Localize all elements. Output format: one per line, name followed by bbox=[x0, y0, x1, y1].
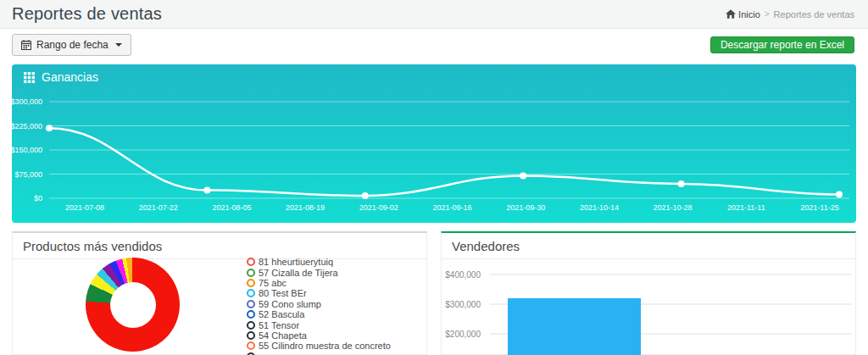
legend-item-label: 55 Cilindro muestra de concreto bbox=[259, 341, 391, 351]
ganancias-panel-header: Ganancias bbox=[12, 64, 856, 90]
svg-text:$200,000: $200,000 bbox=[445, 330, 481, 339]
legend-item-label: 52 Bascula bbox=[259, 309, 304, 319]
legend-ring-icon bbox=[247, 289, 255, 297]
legend-item[interactable]: 57 Cizalla de Tijera bbox=[247, 267, 391, 277]
calendar-icon bbox=[21, 40, 31, 50]
legend-ring-icon bbox=[247, 321, 255, 330]
productos-donut-chart bbox=[86, 258, 180, 352]
caret-down-icon bbox=[115, 43, 122, 47]
legend-ring-icon bbox=[247, 341, 255, 350]
legend-item-label: 80 Test BEr bbox=[259, 288, 307, 298]
legend-item[interactable]: 51 Tensor bbox=[247, 319, 391, 330]
breadcrumb-home-link[interactable]: Inicio bbox=[726, 9, 760, 19]
svg-text:$225,000: $225,000 bbox=[12, 122, 42, 130]
legend-item[interactable]: 80 Test BEr bbox=[247, 288, 391, 298]
legend-item[interactable]: 59 Cono slump bbox=[247, 299, 391, 309]
reportes-ventas-page: Reportes de ventas Inicio > Reportes de … bbox=[0, 0, 868, 355]
legend-ring-icon bbox=[247, 279, 255, 287]
svg-text:$300,000: $300,000 bbox=[445, 300, 481, 309]
legend-item[interactable]: 55 Cilindro muestra de concreto bbox=[247, 341, 391, 351]
legend-ring-icon bbox=[247, 331, 255, 340]
legend-item-label: 51 Tensor bbox=[259, 320, 299, 330]
svg-text:2021-07-22: 2021-07-22 bbox=[139, 203, 178, 212]
home-icon bbox=[726, 9, 736, 19]
svg-text:2021-11-11: 2021-11-11 bbox=[727, 203, 765, 212]
grid-icon bbox=[24, 72, 35, 83]
breadcrumb-current: Reportes de ventas bbox=[774, 9, 854, 19]
legend-ring-icon bbox=[247, 258, 255, 266]
svg-text:2021-08-19: 2021-08-19 bbox=[286, 203, 325, 212]
legend-item-label: 59 Cono slump bbox=[259, 299, 321, 309]
download-excel-label: Descargar reporte en Excel bbox=[721, 39, 844, 51]
svg-text:2021-10-28: 2021-10-28 bbox=[654, 203, 693, 212]
breadcrumb: Inicio > Reportes de ventas bbox=[726, 9, 854, 19]
legend-ring-icon bbox=[247, 269, 255, 277]
svg-text:2021-09-16: 2021-09-16 bbox=[432, 203, 471, 212]
productos-legend: 81 hheurtiuerytuiq57 Cizalla de Tijera75… bbox=[247, 257, 391, 355]
productos-card: Productos más vendidos 81 hheurtiuerytui… bbox=[12, 231, 427, 355]
legend-item[interactable] bbox=[247, 352, 391, 355]
vendedores-bar-chart: $400,000$300,000$200,000 bbox=[442, 258, 857, 355]
ganancias-panel: $300,000$225,000$150,000$75,000$02021-07… bbox=[12, 64, 856, 223]
svg-text:2021-10-14: 2021-10-14 bbox=[580, 203, 619, 212]
svg-text:2021-09-02: 2021-09-02 bbox=[359, 203, 398, 212]
svg-text:$0: $0 bbox=[34, 194, 42, 202]
vendedores-card: Vendedores $400,000$300,000$200,000 bbox=[441, 231, 856, 355]
legend-item-label: 54 Chapeta bbox=[259, 330, 307, 341]
date-range-button[interactable]: Rango de fecha bbox=[12, 34, 131, 56]
productos-title: Productos más vendidos bbox=[13, 233, 426, 259]
legend-item[interactable]: 81 hheurtiuerytuiq bbox=[247, 257, 391, 267]
svg-text:2021-07-08: 2021-07-08 bbox=[65, 203, 104, 212]
svg-text:$400,000: $400,000 bbox=[445, 270, 481, 280]
content-header: Reportes de ventas Inicio > Reportes de … bbox=[0, 0, 868, 29]
svg-text:2021-09-30: 2021-09-30 bbox=[506, 203, 545, 212]
legend-item[interactable]: 52 Bascula bbox=[247, 309, 391, 319]
legend-item[interactable]: 54 Chapeta bbox=[247, 330, 391, 341]
page-title: Reportes de ventas bbox=[12, 4, 162, 24]
legend-item-label: 81 hheurtiuerytuiq bbox=[259, 257, 333, 267]
download-excel-button[interactable]: Descargar reporte en Excel bbox=[710, 36, 854, 53]
svg-text:$75,000: $75,000 bbox=[14, 170, 42, 179]
svg-text:2021-11-25: 2021-11-25 bbox=[800, 203, 838, 212]
breadcrumb-separator: > bbox=[765, 9, 770, 19]
legend-ring-icon bbox=[247, 310, 255, 319]
svg-text:$300,000: $300,000 bbox=[12, 97, 42, 106]
legend-item-label: 75 abc bbox=[259, 278, 287, 288]
vendedores-title: Vendedores bbox=[442, 233, 855, 259]
legend-ring-icon bbox=[247, 300, 255, 308]
date-range-label: Rango de fecha bbox=[36, 39, 108, 51]
legend-item[interactable]: 75 abc bbox=[247, 278, 391, 288]
svg-text:$150,000: $150,000 bbox=[12, 146, 42, 154]
svg-text:2021-08-05: 2021-08-05 bbox=[212, 203, 251, 212]
legend-item-label: 57 Cizalla de Tijera bbox=[259, 268, 338, 278]
ganancias-title: Ganancias bbox=[42, 70, 98, 84]
breadcrumb-home-label: Inicio bbox=[738, 9, 760, 19]
